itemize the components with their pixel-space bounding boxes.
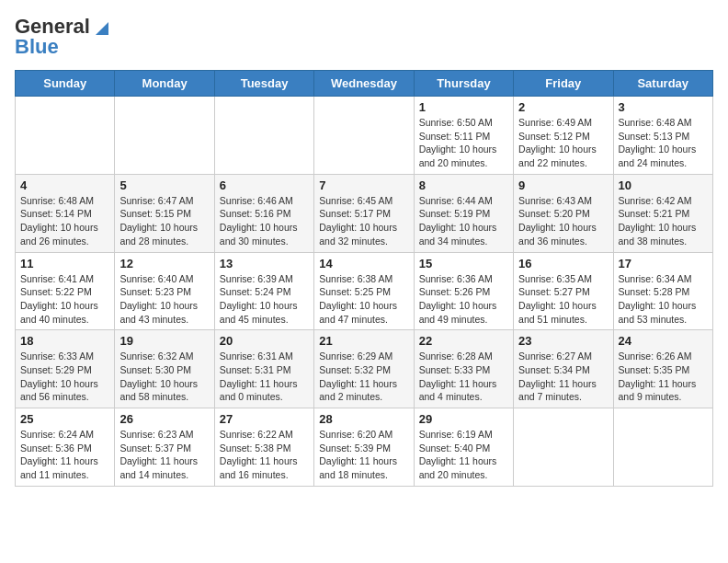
day-number: 5 — [119, 178, 209, 192]
day-number: 19 — [119, 334, 209, 348]
calendar-table: SundayMondayTuesdayWednesdayThursdayFrid… — [15, 70, 713, 487]
calendar-day-header: Saturday — [613, 71, 712, 97]
day-number: 13 — [220, 257, 309, 270]
day-number: 25 — [20, 412, 109, 426]
logo: General Blue — [15, 15, 108, 59]
calendar-cell: 10Sunrise: 6:42 AM Sunset: 5:21 PM Dayli… — [613, 174, 712, 252]
day-number: 2 — [518, 100, 608, 114]
calendar-cell: 28Sunrise: 6:20 AM Sunset: 5:39 PM Dayli… — [314, 408, 414, 487]
day-number: 17 — [619, 257, 708, 270]
day-info: Sunrise: 6:50 AM Sunset: 5:11 PM Dayligh… — [419, 116, 508, 170]
calendar-cell: 7Sunrise: 6:45 AM Sunset: 5:17 PM Daylig… — [314, 174, 414, 252]
calendar-cell — [115, 97, 214, 175]
day-info: Sunrise: 6:46 AM Sunset: 5:16 PM Dayligh… — [220, 194, 309, 248]
day-info: Sunrise: 6:26 AM Sunset: 5:35 PM Dayligh… — [619, 350, 708, 404]
calendar-day-header: Wednesday — [314, 71, 414, 97]
calendar-cell — [314, 97, 414, 175]
day-number: 14 — [319, 257, 408, 270]
day-number: 6 — [220, 178, 309, 192]
calendar-day-header: Monday — [115, 71, 214, 97]
day-number: 26 — [119, 412, 209, 426]
day-info: Sunrise: 6:43 AM Sunset: 5:20 PM Dayligh… — [518, 194, 608, 248]
calendar-cell: 1Sunrise: 6:50 AM Sunset: 5:11 PM Daylig… — [414, 97, 513, 175]
day-info: Sunrise: 6:31 AM Sunset: 5:31 PM Dayligh… — [220, 350, 309, 404]
day-info: Sunrise: 6:36 AM Sunset: 5:26 PM Dayligh… — [419, 272, 508, 327]
calendar-cell: 27Sunrise: 6:22 AM Sunset: 5:38 PM Dayli… — [214, 408, 313, 487]
day-number: 27 — [220, 412, 309, 426]
day-info: Sunrise: 6:40 AM Sunset: 5:23 PM Dayligh… — [119, 272, 209, 327]
calendar-cell — [214, 97, 313, 175]
day-info: Sunrise: 6:34 AM Sunset: 5:28 PM Dayligh… — [619, 272, 708, 327]
calendar-cell — [514, 408, 613, 487]
day-info: Sunrise: 6:42 AM Sunset: 5:21 PM Dayligh… — [619, 194, 708, 248]
day-number: 12 — [119, 257, 209, 270]
calendar-day-header: Sunday — [16, 71, 115, 97]
calendar-cell: 29Sunrise: 6:19 AM Sunset: 5:40 PM Dayli… — [414, 408, 513, 487]
day-number: 16 — [518, 257, 608, 270]
day-info: Sunrise: 6:33 AM Sunset: 5:29 PM Dayligh… — [20, 350, 109, 404]
day-number: 7 — [319, 178, 408, 192]
calendar-day-header: Friday — [514, 71, 613, 97]
calendar-header-row: SundayMondayTuesdayWednesdayThursdayFrid… — [16, 71, 713, 97]
day-info: Sunrise: 6:23 AM Sunset: 5:37 PM Dayligh… — [119, 428, 209, 482]
calendar-cell: 15Sunrise: 6:36 AM Sunset: 5:26 PM Dayli… — [414, 252, 513, 330]
calendar-cell: 20Sunrise: 6:31 AM Sunset: 5:31 PM Dayli… — [214, 330, 313, 408]
header: General Blue — [15, 15, 713, 59]
day-number: 20 — [220, 334, 309, 348]
calendar-cell: 26Sunrise: 6:23 AM Sunset: 5:37 PM Dayli… — [115, 408, 214, 487]
calendar-cell: 11Sunrise: 6:41 AM Sunset: 5:22 PM Dayli… — [16, 252, 115, 330]
day-info: Sunrise: 6:24 AM Sunset: 5:36 PM Dayligh… — [20, 428, 109, 482]
day-number: 11 — [20, 257, 109, 270]
calendar-cell: 8Sunrise: 6:44 AM Sunset: 5:19 PM Daylig… — [414, 174, 513, 252]
calendar-week-row: 25Sunrise: 6:24 AM Sunset: 5:36 PM Dayli… — [16, 408, 713, 487]
day-number: 18 — [20, 334, 109, 348]
calendar-cell: 14Sunrise: 6:38 AM Sunset: 5:25 PM Dayli… — [314, 252, 414, 330]
calendar-cell: 19Sunrise: 6:32 AM Sunset: 5:30 PM Dayli… — [115, 330, 214, 408]
calendar-body: 1Sunrise: 6:50 AM Sunset: 5:11 PM Daylig… — [16, 97, 713, 487]
calendar-cell: 17Sunrise: 6:34 AM Sunset: 5:28 PM Dayli… — [613, 252, 712, 330]
logo-arrow-icon — [92, 18, 108, 35]
svg-marker-0 — [96, 22, 108, 35]
day-info: Sunrise: 6:27 AM Sunset: 5:34 PM Dayligh… — [518, 350, 608, 404]
day-number: 21 — [319, 334, 408, 348]
calendar-cell: 5Sunrise: 6:47 AM Sunset: 5:15 PM Daylig… — [115, 174, 214, 252]
day-info: Sunrise: 6:48 AM Sunset: 5:13 PM Dayligh… — [619, 116, 708, 170]
calendar-cell: 21Sunrise: 6:29 AM Sunset: 5:32 PM Dayli… — [314, 330, 414, 408]
calendar-day-header: Tuesday — [214, 71, 313, 97]
calendar-week-row: 1Sunrise: 6:50 AM Sunset: 5:11 PM Daylig… — [16, 97, 713, 175]
calendar-cell: 2Sunrise: 6:49 AM Sunset: 5:12 PM Daylig… — [514, 97, 613, 175]
day-info: Sunrise: 6:45 AM Sunset: 5:17 PM Dayligh… — [319, 194, 408, 248]
calendar-week-row: 11Sunrise: 6:41 AM Sunset: 5:22 PM Dayli… — [16, 252, 713, 330]
day-number: 10 — [619, 178, 708, 192]
calendar-cell: 24Sunrise: 6:26 AM Sunset: 5:35 PM Dayli… — [613, 330, 712, 408]
day-info: Sunrise: 6:49 AM Sunset: 5:12 PM Dayligh… — [518, 116, 608, 170]
calendar-week-row: 18Sunrise: 6:33 AM Sunset: 5:29 PM Dayli… — [16, 330, 713, 408]
day-info: Sunrise: 6:41 AM Sunset: 5:22 PM Dayligh… — [20, 272, 109, 327]
day-number: 28 — [319, 412, 408, 426]
day-number: 3 — [619, 100, 708, 114]
day-info: Sunrise: 6:19 AM Sunset: 5:40 PM Dayligh… — [419, 428, 508, 482]
calendar-cell — [16, 97, 115, 175]
day-info: Sunrise: 6:29 AM Sunset: 5:32 PM Dayligh… — [319, 350, 408, 404]
day-number: 23 — [518, 334, 608, 348]
day-number: 1 — [419, 100, 508, 114]
day-info: Sunrise: 6:38 AM Sunset: 5:25 PM Dayligh… — [319, 272, 408, 327]
calendar-day-header: Thursday — [414, 71, 513, 97]
day-info: Sunrise: 6:39 AM Sunset: 5:24 PM Dayligh… — [220, 272, 309, 327]
day-info: Sunrise: 6:28 AM Sunset: 5:33 PM Dayligh… — [419, 350, 508, 404]
calendar-cell: 3Sunrise: 6:48 AM Sunset: 5:13 PM Daylig… — [613, 97, 712, 175]
day-info: Sunrise: 6:20 AM Sunset: 5:39 PM Dayligh… — [319, 428, 408, 482]
day-number: 15 — [419, 257, 508, 270]
calendar-cell: 16Sunrise: 6:35 AM Sunset: 5:27 PM Dayli… — [514, 252, 613, 330]
calendar-cell: 12Sunrise: 6:40 AM Sunset: 5:23 PM Dayli… — [115, 252, 214, 330]
calendar-cell: 6Sunrise: 6:46 AM Sunset: 5:16 PM Daylig… — [214, 174, 313, 252]
day-number: 24 — [619, 334, 708, 348]
calendar-cell: 18Sunrise: 6:33 AM Sunset: 5:29 PM Dayli… — [16, 330, 115, 408]
day-info: Sunrise: 6:32 AM Sunset: 5:30 PM Dayligh… — [119, 350, 209, 404]
calendar-cell: 9Sunrise: 6:43 AM Sunset: 5:20 PM Daylig… — [514, 174, 613, 252]
calendar-cell: 13Sunrise: 6:39 AM Sunset: 5:24 PM Dayli… — [214, 252, 313, 330]
day-info: Sunrise: 6:48 AM Sunset: 5:14 PM Dayligh… — [20, 194, 109, 248]
day-info: Sunrise: 6:35 AM Sunset: 5:27 PM Dayligh… — [518, 272, 608, 327]
calendar-cell: 23Sunrise: 6:27 AM Sunset: 5:34 PM Dayli… — [514, 330, 613, 408]
day-number: 29 — [419, 412, 508, 426]
